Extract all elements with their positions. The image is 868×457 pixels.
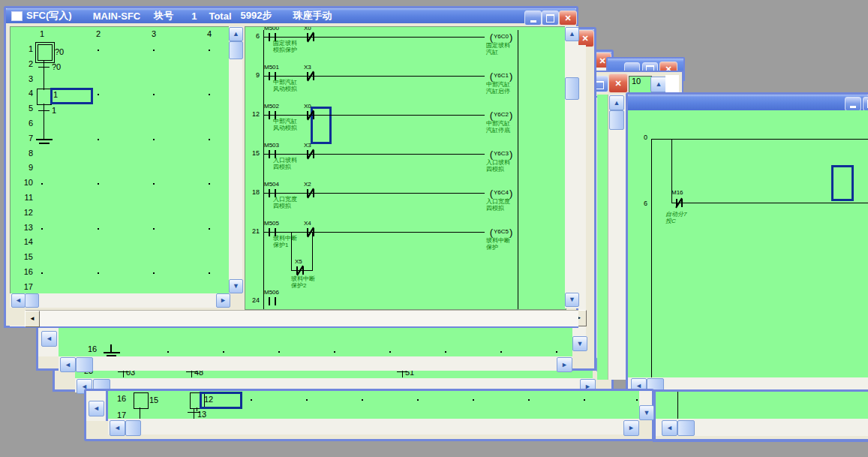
contact[interactable]: [295, 266, 306, 275]
contact[interactable]: [305, 71, 317, 81]
grid-dot: [209, 272, 210, 274]
contact-label: M503: [264, 143, 279, 149]
window6-hscrollbar-thumb[interactable]: [125, 420, 141, 436]
scroll-left-icon: ◄: [114, 425, 121, 431]
coil-paren-icon: ): [509, 188, 512, 198]
grid-dot: [251, 399, 252, 401]
sfc-vscrollbar-track[interactable]: [229, 26, 242, 293]
window5-close-button[interactable]: ✕: [608, 74, 628, 93]
grid-dot: [98, 94, 99, 95]
contact-label: X5: [295, 259, 302, 265]
ladder-left-rail: [651, 139, 652, 377]
main-window: SFC(写入) MAIN-SFC 块号 1 Total 5992步 珠座手动 ✕…: [4, 6, 578, 328]
ladder-vscrollbar-track[interactable]: [565, 26, 578, 308]
device-comment: 中部汽缸 汽缸启停: [486, 81, 510, 95]
sfc-hscrollbar-thumb[interactable]: [25, 293, 39, 308]
window2-hscrollbar-thumb[interactable]: [76, 357, 93, 372]
sfc-step-label: 15: [149, 396, 158, 404]
grid-dot: [153, 139, 155, 140]
main-maximize-button[interactable]: [542, 11, 559, 26]
sfc-initial-step[interactable]: [38, 44, 53, 61]
window2-scroll-down-button[interactable]: ▼: [572, 336, 587, 351]
scroll-left-icon: ◄: [666, 425, 673, 431]
coil[interactable]: (Y6C0): [485, 31, 518, 43]
sfc-step[interactable]: [134, 392, 149, 409]
window2-hscrollbar-track[interactable]: [59, 356, 572, 371]
sfc-transition-tick[interactable]: [38, 110, 50, 111]
rung-line: [671, 203, 868, 203]
grid-dot: [98, 139, 99, 140]
window-sfc-5-scroll-strip: ▲: [597, 95, 625, 380]
scroll-up-icon: ▲: [614, 100, 620, 107]
main-hscrollbar-gutter: [10, 310, 26, 326]
spinner-up-button[interactable]: ▲: [650, 77, 667, 92]
window7-hscrollbar-thumb[interactable]: [677, 420, 695, 436]
rung-number: 24: [247, 297, 260, 304]
main-titlebar[interactable]: SFC(写入) MAIN-SFC 块号 1 Total 5992步 珠座手动: [6, 8, 576, 23]
contact[interactable]: [305, 188, 317, 198]
scroll-left-icon: ◄: [46, 335, 53, 342]
window7-scroll-left-button[interactable]: ◄: [662, 420, 677, 436]
grid-dot: [209, 183, 210, 185]
window5-vscrollbar-track[interactable]: [608, 95, 626, 380]
window-title-app: SFC(写入): [26, 9, 72, 23]
sfc-row-number: 6: [21, 119, 33, 128]
window-title-steps: 5992步: [241, 9, 272, 23]
contact[interactable]: [305, 32, 317, 42]
coil[interactable]: (Y6C1): [485, 70, 518, 82]
coil-paren-icon: ): [509, 149, 512, 159]
main-minimize-button[interactable]: [524, 11, 542, 26]
window2-pane-scroll-left-button[interactable]: ◄: [41, 331, 57, 347]
ladder-scroll-up-button[interactable]: ▲: [565, 27, 579, 41]
sfc-scroll-down-button[interactable]: ▼: [229, 279, 243, 293]
window5-vscrollbar-thumb[interactable]: [609, 110, 624, 130]
branch-line: [291, 232, 292, 270]
window6-hscrollbar-track[interactable]: [108, 419, 639, 434]
contact[interactable]: [267, 296, 278, 306]
window-zoom-titlebar[interactable]: [628, 95, 868, 110]
sfc-row-number: 17: [21, 283, 33, 291]
zoom-maximize-button[interactable]: [863, 97, 868, 111]
contact[interactable]: [305, 227, 317, 237]
grid-dot: [445, 351, 446, 353]
sfc-hscrollbar-track[interactable]: [10, 293, 229, 308]
main-hscrollbar-track[interactable]: [10, 310, 578, 326]
contact-label: X4: [304, 221, 311, 227]
sfc-step[interactable]: [37, 89, 52, 105]
grid-dot: [389, 351, 391, 353]
zoom-hscrollbar-track[interactable]: [628, 377, 868, 392]
window6-scroll-down-button[interactable]: ▼: [639, 405, 654, 420]
contact[interactable]: [305, 149, 317, 159]
rung-line: [263, 115, 518, 116]
sfc-end-step-line: [36, 139, 53, 140]
sfc-link-line: [44, 61, 44, 90]
window2-scroll-left-button[interactable]: ◄: [60, 357, 76, 372]
block-number-spinbox[interactable]: 10: [629, 76, 652, 93]
window6-pane-scroll-left-button[interactable]: ◄: [89, 401, 104, 416]
coil-paren-icon: (: [490, 110, 493, 120]
contact[interactable]: [674, 197, 685, 209]
contact-label: M501: [264, 65, 279, 71]
device-comment: 固定玻料 模拟保护: [273, 40, 297, 53]
window5-scroll-up-button[interactable]: ▲: [609, 95, 624, 110]
ladder-vscrollbar-thumb[interactable]: [565, 77, 579, 100]
main-scroll-left-button[interactable]: ◄: [25, 311, 40, 327]
sfc-vscrollbar-thumb[interactable]: [229, 41, 243, 59]
sfc-scroll-right-button[interactable]: ►: [216, 293, 230, 308]
coil-paren-icon: ): [509, 227, 512, 237]
coil[interactable]: (Y6C3): [485, 148, 518, 160]
coil[interactable]: (Y6C2): [485, 109, 518, 121]
sfc-end-step-line: [39, 143, 50, 144]
contact[interactable]: [305, 110, 317, 120]
ladder-scroll-down-button[interactable]: ▼: [565, 293, 579, 307]
sfc-scroll-up-button[interactable]: ▲: [229, 27, 243, 41]
sfc-scroll-left-button[interactable]: ◄: [11, 293, 26, 308]
window6-scroll-left-button[interactable]: ◄: [110, 420, 125, 436]
window2-scroll-right-button[interactable]: ►: [557, 357, 572, 372]
sfc-transition-tick[interactable]: [38, 67, 50, 68]
window6-scroll-right-button[interactable]: ►: [623, 420, 639, 436]
coil[interactable]: (Y6C5): [485, 226, 518, 238]
main-close-button[interactable]: ✕: [559, 11, 577, 26]
zoom-minimize-button[interactable]: [845, 97, 861, 111]
coil[interactable]: (Y6C4): [485, 187, 518, 199]
